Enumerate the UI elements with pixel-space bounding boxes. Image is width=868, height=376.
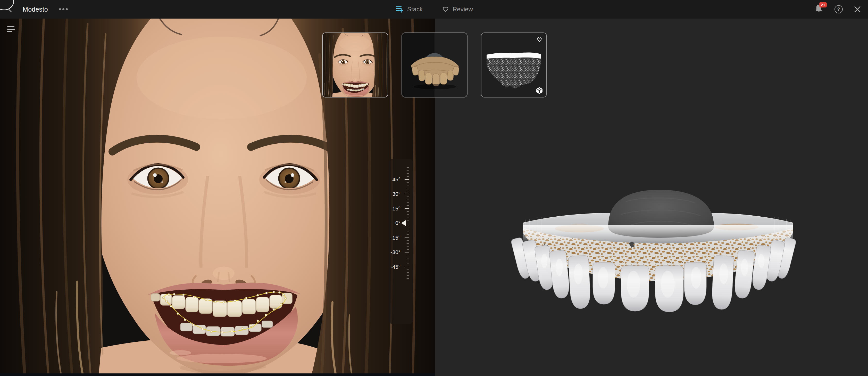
ruler-minor-tick (407, 191, 409, 191)
stack-button[interactable]: Stack (394, 5, 424, 14)
ruler-minor-tick (407, 255, 409, 255)
ruler-minor-tick (407, 234, 409, 235)
ruler-minor-tick (407, 202, 409, 203)
ruler-minor-tick (407, 249, 409, 250)
menu-lines-icon (7, 26, 14, 27)
review-button[interactable]: Review (440, 5, 474, 13)
ruler-minor-tick (407, 205, 409, 206)
page-title: Modesto (23, 6, 48, 13)
ruler-minor-tick (407, 185, 409, 185)
ruler-minor-tick (407, 278, 409, 279)
close-button[interactable] (854, 5, 861, 13)
thumbnail-scan[interactable] (481, 32, 547, 97)
ruler-minor-tick (407, 264, 409, 264)
ruler-label: -45° (391, 264, 401, 270)
ruler-minor-tick (407, 188, 409, 188)
ruler-minor-tick (407, 167, 409, 168)
angle-ruler[interactable]: 45°30°15°0°-15°-30°-45° (389, 159, 413, 324)
close-icon (854, 5, 861, 13)
ruler-minor-tick (407, 246, 409, 247)
bottom-edge-strip (0, 373, 435, 376)
ruler-major-tick (405, 208, 409, 209)
view-3d-button[interactable] (535, 87, 543, 94)
ruler-minor-tick (407, 214, 409, 214)
ruler-major-tick (405, 237, 409, 238)
ruler-minor-tick (407, 173, 409, 174)
ruler-minor-tick (407, 176, 409, 177)
top-bar-center: Stack Review (394, 0, 474, 19)
chevron-left-icon (6, 5, 14, 13)
app-window: Modesto Stack Review (0, 0, 868, 376)
thumbnail-model[interactable] (402, 32, 467, 97)
ruler-minor-tick (407, 258, 409, 258)
ruler-label: 15° (392, 206, 401, 212)
model-thumbnail-image (402, 33, 467, 97)
ruler-minor-tick (407, 220, 409, 221)
ruler-minor-tick (407, 261, 409, 261)
ruler-minor-tick (407, 182, 409, 182)
ruler-minor-tick (407, 211, 409, 212)
heart-outline-icon (442, 5, 450, 13)
ruler-minor-tick (407, 269, 409, 270)
ruler-minor-tick (407, 275, 409, 276)
photo-thumbnail-image (323, 33, 388, 97)
ruler-label: 30° (392, 191, 401, 197)
ruler-major-tick (405, 194, 409, 194)
top-bar: Modesto Stack Review (0, 0, 868, 19)
notification-badge: 21 (819, 2, 827, 7)
top-bar-right: 21 ? (814, 0, 861, 19)
thumbnail-strip (322, 32, 547, 97)
back-button[interactable] (5, 4, 16, 15)
menu-button[interactable] (6, 26, 16, 33)
ruler-major-tick (405, 252, 409, 253)
ruler-major-tick (405, 267, 409, 267)
ruler-minor-tick (407, 200, 409, 200)
favorite-button[interactable] (536, 36, 543, 43)
ruler-minor-tick (407, 240, 409, 241)
more-menu-button[interactable] (57, 4, 70, 15)
ruler-minor-tick (407, 272, 409, 273)
ruler-label: 45° (392, 176, 401, 182)
ruler-label: 0° (395, 220, 401, 226)
playlist-add-icon (395, 5, 404, 14)
ruler-minor-tick (407, 243, 409, 244)
ruler-minor-tick (407, 229, 409, 229)
ruler-label: -30° (391, 249, 401, 255)
help-button[interactable]: ? (835, 5, 843, 13)
ellipsis-icon (59, 8, 68, 10)
ruler-minor-tick (407, 226, 409, 226)
cube-3d-icon (535, 87, 543, 94)
thumbnail-photo[interactable] (322, 32, 388, 97)
ruler-minor-tick (407, 197, 409, 197)
review-label: Review (453, 6, 473, 13)
ruler-major-tick (405, 179, 409, 180)
ruler-label: -15° (391, 235, 401, 241)
ruler-minor-tick (407, 232, 409, 232)
ruler-minor-tick (407, 217, 409, 218)
heart-outline-icon (536, 36, 543, 43)
ruler-pointer-icon[interactable] (401, 220, 406, 226)
notifications-button[interactable]: 21 (814, 4, 824, 15)
question-circle-icon: ? (835, 5, 843, 13)
ruler-minor-tick (407, 170, 409, 171)
stack-label: Stack (407, 6, 423, 13)
bell-icon: 21 (814, 4, 824, 15)
